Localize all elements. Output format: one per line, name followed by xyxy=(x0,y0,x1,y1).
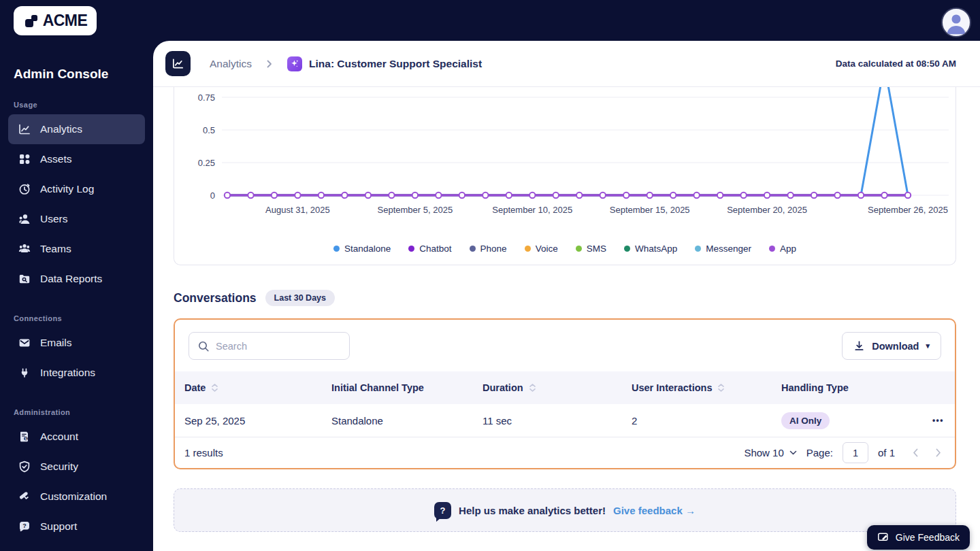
acme-logo-icon xyxy=(23,13,39,29)
give-feedback-button[interactable]: Give Feedback xyxy=(867,525,970,550)
chevron-right-icon xyxy=(267,60,272,68)
svg-text:September 10, 2025: September 10, 2025 xyxy=(492,205,572,215)
user-avatar[interactable] xyxy=(941,7,971,37)
svg-text:0: 0 xyxy=(210,190,215,201)
legend-dot-icon xyxy=(525,246,531,252)
sidebar-item-label: Integrations xyxy=(40,367,95,379)
legend-item-messenger[interactable]: Messenger xyxy=(695,244,751,254)
sidebar-item-emails[interactable]: Emails xyxy=(8,328,145,358)
sort-icon xyxy=(211,383,218,393)
sidebar-item-analytics[interactable]: Analytics xyxy=(8,114,145,144)
svg-text:September 15, 2025: September 15, 2025 xyxy=(610,205,690,215)
sidebar-item-label: Teams xyxy=(40,243,71,255)
sidebar-item-label: Account xyxy=(40,431,78,443)
sidebar-item-support[interactable]: ? Support xyxy=(8,512,145,541)
sidebar-item-label: Users xyxy=(40,213,67,225)
acme-logo[interactable]: ACME xyxy=(14,6,97,35)
sidebar-item-customization[interactable]: Customization xyxy=(8,482,145,512)
ai-only-badge: AI Only xyxy=(781,412,830,429)
breadcrumb-current-page: Lina: Customer Support Specialist xyxy=(309,58,482,70)
legend-dot-icon xyxy=(576,246,582,252)
column-header-date[interactable]: Date xyxy=(184,382,331,393)
person-icon xyxy=(943,7,970,37)
activity-clock-icon xyxy=(18,182,31,196)
search-box xyxy=(189,332,350,360)
give-feedback-link[interactable]: Give feedback → xyxy=(613,505,696,516)
sidebar-item-integrations[interactable]: Integrations xyxy=(8,358,145,388)
sidebar-item-label: Activity Log xyxy=(40,183,94,195)
analytics-feedback-banner: ? Help us make analytics better! Give fe… xyxy=(174,488,956,532)
sidebar-item-users[interactable]: Users xyxy=(8,204,145,234)
download-icon xyxy=(853,340,865,352)
ellipsis-icon: ••• xyxy=(932,416,944,425)
next-page-button[interactable] xyxy=(936,448,941,457)
analytics-chart-icon xyxy=(18,122,31,136)
table-footer: 1 results Show 10 Page: of 1 xyxy=(175,437,955,468)
teams-icon xyxy=(18,242,31,256)
conversations-title: Conversations xyxy=(174,291,257,305)
legend-item-chatbot[interactable]: Chatbot xyxy=(408,244,451,254)
sidebar-item-label: Assets xyxy=(40,153,72,165)
feedback-pencil-icon xyxy=(877,531,889,544)
sidebar-item-data-reports[interactable]: Data Reports xyxy=(8,264,145,294)
legend-dot-icon xyxy=(333,246,340,252)
page-of-text: of 1 xyxy=(878,447,895,458)
column-header-user-interactions[interactable]: User Interactions xyxy=(632,382,781,393)
legend-item-app[interactable]: App xyxy=(769,244,796,254)
legend-dot-icon xyxy=(408,246,414,252)
sort-icon xyxy=(529,383,536,393)
previous-page-button[interactable] xyxy=(913,448,918,457)
sidebar-item-security[interactable]: Security xyxy=(8,452,145,482)
data-calculated-text: Data calculated at 08:50 AM xyxy=(836,59,956,69)
sidebar-item-label: Analytics xyxy=(40,123,82,135)
svg-text:0.75: 0.75 xyxy=(198,93,215,103)
legend-item-sms[interactable]: SMS xyxy=(576,244,606,254)
sidebar-section-usage: Usage xyxy=(14,101,140,109)
sidebar-item-teams[interactable]: Teams xyxy=(8,234,145,264)
legend-dot-icon xyxy=(769,246,775,252)
download-button[interactable]: Download ▾ xyxy=(842,332,941,360)
legend-item-voice[interactable]: Voice xyxy=(525,244,558,254)
page-header: Analytics Lina: Customer Support Special… xyxy=(153,41,980,87)
page-label: Page: xyxy=(806,447,833,458)
chevron-down-icon xyxy=(789,450,797,455)
column-header-duration[interactable]: Duration xyxy=(483,382,632,393)
cell-date: Sep 25, 2025 xyxy=(184,415,331,427)
sidebar-item-account[interactable]: $ Account xyxy=(8,422,145,452)
column-header-handling-type[interactable]: Handling Type xyxy=(781,382,917,393)
svg-text:September 20, 2025: September 20, 2025 xyxy=(727,205,807,215)
table-row: Sep 25, 2025 Standalone 11 sec 2 AI Only… xyxy=(175,404,955,437)
caret-down-icon: ▾ xyxy=(926,341,930,350)
cell-initial-channel-type: Standalone xyxy=(331,415,483,427)
table-header-row: Date Initial Channel Type Duration User … xyxy=(175,371,955,404)
column-header-initial-channel-type[interactable]: Initial Channel Type xyxy=(331,382,483,393)
svg-text:September 5, 2025: September 5, 2025 xyxy=(378,205,453,215)
chevron-left-icon xyxy=(913,448,918,457)
row-actions-menu[interactable]: ••• xyxy=(917,416,955,425)
cell-handling-type: AI Only xyxy=(781,412,917,429)
analytics-tile-icon xyxy=(165,51,191,76)
sidebar-item-label: Emails xyxy=(40,337,72,349)
brand-name: ACME xyxy=(43,12,88,30)
search-input[interactable] xyxy=(216,341,341,352)
table-toolbar: Download ▾ xyxy=(175,320,955,371)
folder-search-icon xyxy=(18,272,31,286)
sidebar-item-assets[interactable]: Assets xyxy=(8,144,145,174)
sidebar-item-activity-log[interactable]: Activity Log xyxy=(8,174,145,204)
legend-item-whatsapp[interactable]: WhatsApp xyxy=(624,244,677,254)
legend-item-standalone[interactable]: Standalone xyxy=(333,244,391,254)
legend-item-phone[interactable]: Phone xyxy=(470,244,507,254)
main-panel: Analytics Lina: Customer Support Special… xyxy=(153,41,980,551)
breadcrumb-analytics-link[interactable]: Analytics xyxy=(210,58,252,70)
cell-duration: 11 sec xyxy=(483,415,632,427)
feedback-message: Help us make analytics better! xyxy=(459,505,606,516)
show-per-page-select[interactable]: Show 10 xyxy=(744,447,796,458)
plug-icon xyxy=(18,366,31,380)
svg-text:$: $ xyxy=(24,436,27,441)
paint-roller-icon xyxy=(18,490,31,503)
svg-text:?: ? xyxy=(22,522,27,529)
legend-dot-icon xyxy=(695,246,701,252)
page-number-input[interactable] xyxy=(843,442,868,463)
sidebar-item-label: Security xyxy=(40,461,78,473)
conversations-table: Download ▾ Date Initial Channel Type Dur… xyxy=(174,318,956,469)
